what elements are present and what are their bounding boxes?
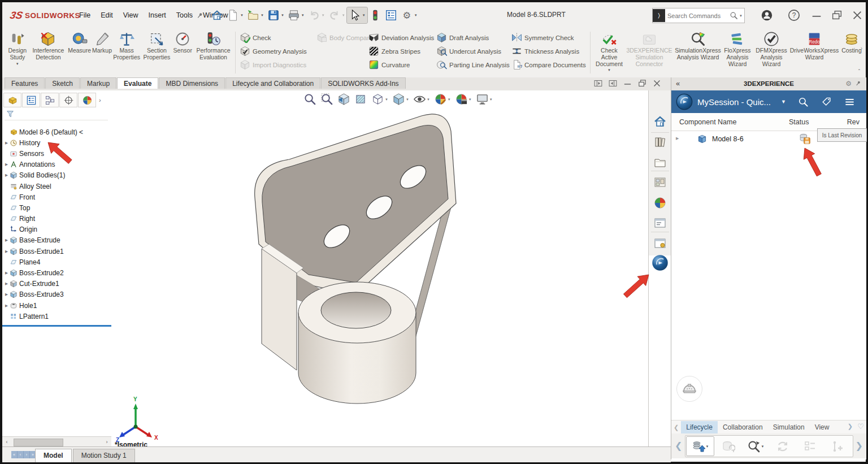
dropdown-icon[interactable]: ▼ (607, 68, 611, 72)
create-link-button[interactable] (823, 437, 850, 456)
filter-icon[interactable] (6, 110, 15, 119)
tree-root-item[interactable]: Model 8-6 (Default) < (3, 127, 111, 137)
expand-icon[interactable]: ▶ (3, 303, 10, 308)
dropdown-icon[interactable]: ▼ (761, 445, 765, 448)
dropdown-icon[interactable]: ▼ (448, 98, 451, 101)
sheet-tab-motion-study-1[interactable]: Motion Study 1 (73, 449, 135, 462)
tree-property-manager-tab[interactable] (22, 93, 40, 107)
section-view-button[interactable] (353, 92, 368, 106)
dropdown-icon[interactable]: ▼ (322, 14, 325, 17)
tab-evaluate[interactable]: Evaluate (117, 77, 158, 89)
row-expand-icon[interactable]: ▶ (676, 136, 679, 141)
sheet-nav-control[interactable]: «‹›» (11, 451, 36, 458)
menu-file[interactable]: File (75, 9, 95, 21)
ribbon-button-check-active-document[interactable]: Check Active Document▼ (593, 30, 625, 72)
dropdown-icon[interactable]: ▼ (468, 98, 472, 101)
tree-item-history[interactable]: ▶History (3, 137, 111, 148)
first-sheet-icon[interactable]: « (11, 451, 18, 458)
ribbon-button-symmetry-check[interactable]: Symmetry Check (511, 32, 586, 44)
tree-item-boss-extrude2[interactable]: ▶Boss-Extrude2 (3, 267, 111, 278)
tree-item-solid-bodies-1-[interactable]: ▶Solid Bodies(1) (3, 170, 111, 181)
column-component-name[interactable]: Component Name (679, 118, 736, 126)
doc-pane-left-icon[interactable] (593, 79, 603, 88)
dropdown-icon[interactable]: ▼ (240, 14, 244, 17)
window-restore-button[interactable] (831, 9, 843, 21)
tag-icon[interactable] (821, 97, 832, 107)
expand-icon[interactable]: ▶ (3, 281, 10, 286)
assistant-avatar[interactable] (676, 376, 702, 402)
ribbon-button-interference-detection[interactable]: Interference Detection (29, 30, 68, 76)
zoom-fit-button[interactable] (302, 92, 318, 106)
undo-button[interactable]: ▼ (306, 7, 327, 23)
search-icon[interactable] (730, 11, 738, 20)
save-button[interactable]: ▼ (266, 7, 286, 23)
ribbon-button-curvature[interactable]: Curvature (368, 59, 434, 71)
scroll-left-icon[interactable]: ‹ (2, 439, 11, 445)
ribbon-button-floxpress-analysis-wizard[interactable]: FloXpress Analysis Wizard (721, 30, 754, 68)
dropdown-icon[interactable]: ▼ (427, 98, 430, 101)
custom-properties-button[interactable] (652, 215, 669, 232)
panel-search-icon[interactable] (798, 97, 809, 107)
tree-item-base-extrude[interactable]: ▶Base-Extrude (3, 235, 111, 246)
home-button[interactable] (209, 7, 225, 23)
tree-configuration-manager-tab[interactable] (41, 93, 59, 107)
expand-icon[interactable]: ▶ (3, 162, 10, 167)
scrollbar-thumb[interactable] (14, 439, 63, 446)
menu-tools[interactable]: Tools (172, 9, 197, 21)
dropdown-icon[interactable]: ▼ (261, 14, 264, 17)
ribbon-button-compare-documents[interactable]: =?Compare Documents (511, 59, 586, 71)
menu-insert[interactable]: Insert (144, 9, 171, 21)
hamburger-menu-icon[interactable] (844, 97, 855, 107)
ribbon-button-draft-analysis[interactable]: Draft Analysis (436, 32, 510, 44)
tree-horizontal-scrollbar[interactable]: ‹ › (2, 436, 111, 446)
footer-tab-lifecycle[interactable]: Lifecycle (681, 421, 718, 433)
3dexperience-button[interactable] (652, 254, 669, 271)
tab-sketch[interactable]: Sketch (45, 77, 80, 89)
ribbon-button-design-study[interactable]: Design Study▼ (6, 30, 29, 76)
tree-features-manager-tab[interactable] (3, 93, 21, 107)
ribbon-collapse-icon[interactable]: ˆ (858, 69, 860, 75)
sheet-tab-model[interactable]: Model (35, 449, 72, 462)
structure-button[interactable] (796, 437, 823, 456)
menu-pin-icon[interactable] (196, 11, 205, 20)
dropdown-icon[interactable]: ▼ (301, 14, 305, 17)
window-close-button[interactable] (851, 9, 863, 21)
edit-appearance-button[interactable]: ▼ (433, 92, 452, 106)
tree-item-top[interactable]: Top (3, 202, 111, 213)
ribbon-button-undercut-analysis[interactable]: Undercut Analysis (436, 45, 510, 57)
ribbon-button-markup[interactable]: Markup (92, 30, 112, 76)
rollback-bar[interactable] (2, 325, 111, 327)
open-button[interactable]: ▼ (245, 7, 266, 23)
tree-item-front[interactable]: Front (3, 192, 111, 202)
tree-tabs-more-icon[interactable]: › (99, 97, 101, 103)
ribbon-button-geometry-analysis[interactable]: Geometry Analysis (240, 45, 307, 57)
panel-gear-icon[interactable]: ⚙ (845, 80, 852, 88)
doc-pane-right-icon[interactable] (608, 79, 618, 88)
favorites-icon[interactable]: ♡ (857, 422, 864, 431)
ribbon-button-driveworksxpress-wizard[interactable]: RedoDriveWorksXpress Wizard (789, 30, 840, 62)
dropdown-icon[interactable]: ▼ (489, 98, 493, 101)
ribbon-button-deviation-analysis[interactable]: Deviation Analysis (368, 32, 434, 44)
expand-icon[interactable]: ▶ (3, 238, 10, 242)
session-dropdown-icon[interactable]: ▼ (781, 99, 786, 105)
tree-dimxpert-manager-tab[interactable] (59, 93, 77, 107)
dropdown-icon[interactable]: ▼ (342, 14, 345, 17)
ribbon-button-mass-properties[interactable]: Mass Properties (112, 30, 141, 76)
ribbon-button-body-compare[interactable]: Body Compare (316, 32, 373, 44)
zoom-area-button[interactable] (319, 92, 335, 106)
doc-close-icon[interactable] (652, 79, 662, 88)
ribbon-button-dfmxpress-analysis-wizard[interactable]: DFMXpress Analysis Wizard (753, 30, 790, 68)
prev-sheet-icon[interactable]: ‹ (18, 451, 24, 458)
select-button[interactable]: ▼ (347, 7, 367, 23)
tab-solidworks-add-ins[interactable]: SOLIDWORKS Add-Ins (321, 77, 405, 89)
menu-view[interactable]: View (119, 9, 143, 21)
search-dropdown-icon[interactable]: ▼ (739, 14, 743, 18)
ribbon-button-check[interactable]: Check (240, 32, 307, 44)
dropdown-icon[interactable]: ▼ (281, 14, 284, 17)
dropdown-icon[interactable]: ▼ (16, 62, 19, 66)
menu-edit[interactable]: Edit (96, 9, 118, 21)
dropdown-icon[interactable]: ▼ (706, 445, 709, 448)
tree-item-right[interactable]: Right (3, 214, 111, 224)
previous-view-button[interactable] (336, 92, 351, 106)
tab-markup[interactable]: Markup (80, 77, 116, 89)
